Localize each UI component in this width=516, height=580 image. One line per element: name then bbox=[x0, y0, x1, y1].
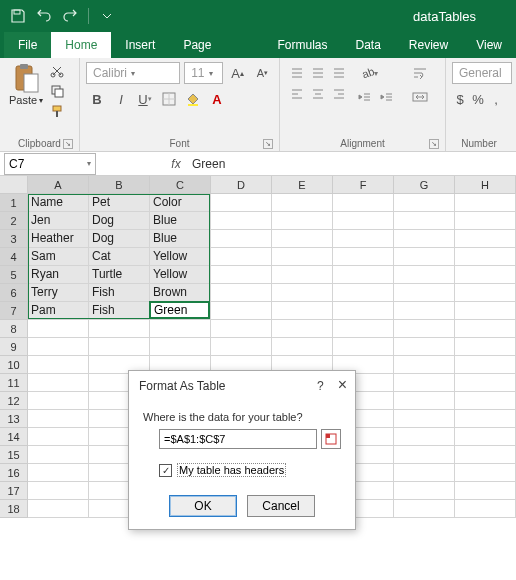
cell[interactable] bbox=[394, 230, 455, 248]
cell[interactable] bbox=[394, 392, 455, 410]
fx-icon[interactable]: fx bbox=[166, 157, 186, 171]
cell[interactable] bbox=[394, 320, 455, 338]
align-left-icon[interactable] bbox=[286, 83, 308, 105]
paste-button[interactable]: Paste▾ bbox=[6, 62, 46, 106]
cell[interactable] bbox=[455, 194, 516, 212]
cell[interactable] bbox=[455, 212, 516, 230]
align-top-icon[interactable] bbox=[286, 62, 308, 84]
cell[interactable]: Jen bbox=[28, 212, 89, 230]
name-box[interactable]: C7 ▾ bbox=[4, 153, 96, 175]
cell[interactable] bbox=[211, 338, 272, 356]
cell[interactable] bbox=[150, 338, 211, 356]
row-header[interactable]: 3 bbox=[0, 230, 28, 248]
align-middle-icon[interactable] bbox=[307, 62, 329, 84]
cell[interactable] bbox=[28, 356, 89, 374]
row-header[interactable]: 17 bbox=[0, 482, 28, 500]
cell[interactable] bbox=[455, 320, 516, 338]
cell[interactable] bbox=[455, 374, 516, 392]
cell[interactable]: Dog bbox=[89, 230, 150, 248]
cell[interactable]: Color bbox=[150, 194, 211, 212]
column-header[interactable]: A bbox=[28, 176, 89, 194]
dialog-close-icon[interactable]: × bbox=[338, 379, 347, 393]
wrap-text-button[interactable] bbox=[408, 62, 432, 84]
row-header[interactable]: 14 bbox=[0, 428, 28, 446]
cell[interactable] bbox=[455, 428, 516, 446]
cell[interactable]: Brown bbox=[150, 284, 211, 302]
cell[interactable] bbox=[455, 392, 516, 410]
cell[interactable] bbox=[211, 230, 272, 248]
cell[interactable]: Yellow bbox=[150, 266, 211, 284]
increase-font-icon[interactable]: A▴ bbox=[227, 62, 248, 84]
percent-button[interactable]: % bbox=[470, 88, 486, 110]
row-header[interactable]: 10 bbox=[0, 356, 28, 374]
decrease-font-icon[interactable]: A▾ bbox=[252, 62, 273, 84]
cell[interactable] bbox=[455, 356, 516, 374]
merge-center-button[interactable] bbox=[408, 86, 432, 108]
cell[interactable]: Fish bbox=[89, 284, 150, 302]
cell[interactable] bbox=[394, 248, 455, 266]
cell[interactable] bbox=[211, 212, 272, 230]
cell[interactable] bbox=[211, 194, 272, 212]
cell[interactable] bbox=[28, 500, 89, 518]
cell[interactable] bbox=[89, 338, 150, 356]
borders-button[interactable] bbox=[158, 88, 180, 110]
cell[interactable] bbox=[455, 482, 516, 500]
align-center-icon[interactable] bbox=[307, 83, 329, 105]
cell[interactable] bbox=[333, 248, 394, 266]
cell[interactable] bbox=[211, 302, 272, 320]
cell[interactable] bbox=[28, 446, 89, 464]
tab-insert[interactable]: Insert bbox=[111, 32, 169, 58]
cell[interactable] bbox=[455, 302, 516, 320]
cell[interactable] bbox=[394, 284, 455, 302]
cell[interactable] bbox=[455, 266, 516, 284]
cell[interactable] bbox=[394, 374, 455, 392]
tab-data[interactable]: Data bbox=[341, 32, 394, 58]
tab-formulas[interactable]: Formulas bbox=[263, 32, 341, 58]
cell[interactable] bbox=[333, 284, 394, 302]
cell[interactable] bbox=[394, 356, 455, 374]
row-header[interactable]: 7 bbox=[0, 302, 28, 320]
decrease-indent-icon[interactable] bbox=[354, 86, 376, 108]
number-format-combo[interactable]: General bbox=[452, 62, 512, 84]
cell[interactable] bbox=[28, 338, 89, 356]
cell[interactable] bbox=[272, 284, 333, 302]
row-header[interactable]: 2 bbox=[0, 212, 28, 230]
cell[interactable] bbox=[333, 320, 394, 338]
cell[interactable] bbox=[394, 446, 455, 464]
underline-button[interactable]: U▾ bbox=[134, 88, 156, 110]
column-header[interactable]: F bbox=[333, 176, 394, 194]
cell[interactable] bbox=[394, 482, 455, 500]
comma-button[interactable]: , bbox=[488, 88, 504, 110]
font-name-combo[interactable]: Calibri▾ bbox=[86, 62, 180, 84]
cell[interactable] bbox=[394, 464, 455, 482]
row-header[interactable]: 9 bbox=[0, 338, 28, 356]
dialog-help-icon[interactable]: ? bbox=[317, 379, 324, 393]
cell[interactable] bbox=[272, 230, 333, 248]
cell[interactable]: Pet bbox=[89, 194, 150, 212]
cell[interactable] bbox=[455, 338, 516, 356]
ok-button[interactable]: OK bbox=[169, 495, 237, 517]
cell[interactable] bbox=[455, 500, 516, 518]
cell[interactable] bbox=[333, 266, 394, 284]
range-input[interactable] bbox=[159, 429, 317, 449]
cell[interactable] bbox=[28, 428, 89, 446]
cell[interactable] bbox=[272, 248, 333, 266]
cell[interactable] bbox=[394, 302, 455, 320]
tab-view[interactable]: View bbox=[462, 32, 516, 58]
formula-bar[interactable]: Green bbox=[186, 157, 516, 171]
row-header[interactable]: 6 bbox=[0, 284, 28, 302]
cell[interactable]: Pam bbox=[28, 302, 89, 320]
cancel-button[interactable]: Cancel bbox=[247, 495, 315, 517]
cell[interactable] bbox=[455, 284, 516, 302]
cell[interactable]: Blue bbox=[150, 230, 211, 248]
cell[interactable] bbox=[394, 266, 455, 284]
cell[interactable] bbox=[28, 482, 89, 500]
column-header[interactable]: C bbox=[150, 176, 211, 194]
row-header[interactable]: 13 bbox=[0, 410, 28, 428]
currency-button[interactable]: $ bbox=[452, 88, 468, 110]
cell[interactable] bbox=[272, 212, 333, 230]
cell[interactable] bbox=[455, 230, 516, 248]
alignment-launcher-icon[interactable]: ↘ bbox=[429, 139, 439, 149]
cell[interactable] bbox=[455, 464, 516, 482]
cell[interactable] bbox=[272, 266, 333, 284]
